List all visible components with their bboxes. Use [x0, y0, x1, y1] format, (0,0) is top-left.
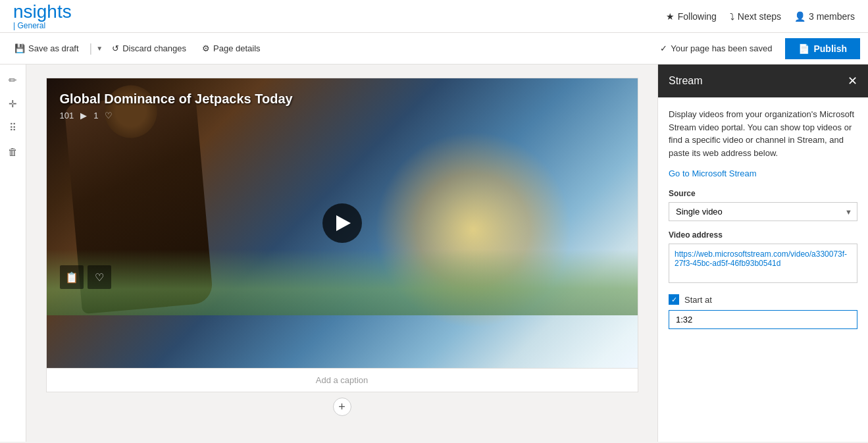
checkmark-icon: ✓: [660, 43, 667, 53]
edit-icon[interactable]: ✏: [3, 70, 24, 91]
stream-panel: Stream ✕ Display videos from your organi…: [657, 65, 868, 442]
settings-icon: ⚙: [202, 43, 210, 53]
view-count: 101: [60, 111, 74, 120]
video-stats: 101 ▶ 1 ♡: [60, 111, 293, 120]
publish-button[interactable]: 📄 Publish: [785, 38, 860, 59]
source-select-wrapper: Single video Channel Top videos ▼: [669, 202, 857, 221]
top-nav-right: ★ Following ⤵ Next steps 👤 3 members: [666, 11, 855, 22]
horizon-line: [47, 249, 638, 315]
publish-label: Publish: [813, 43, 847, 54]
site-subtitle: | General: [13, 21, 72, 30]
toolbar-divider-1: |: [89, 41, 93, 55]
save-draft-label: Save as draft: [28, 43, 79, 53]
nextsteps-label: Next steps: [738, 11, 781, 22]
panel-description: Display videos from your organization's …: [669, 108, 857, 159]
video-background: Global Dominance of Jetpacks Today 101 ▶…: [47, 78, 638, 368]
panel-header: Stream ✕: [658, 65, 868, 97]
save-icon: 💾: [14, 43, 25, 53]
content-area: Global Dominance of Jetpacks Today 101 ▶…: [26, 65, 657, 442]
next-steps-button[interactable]: ⤵ Next steps: [730, 11, 781, 22]
site-branding: nsights | General: [13, 3, 72, 30]
site-title: nsights: [13, 3, 72, 21]
drag-icon[interactable]: ⠿: [3, 117, 24, 138]
panel-body: Display videos from your organization's …: [658, 97, 868, 442]
delete-icon[interactable]: 🗑: [3, 141, 24, 162]
play-icon-small: ▶: [80, 111, 87, 120]
discard-label: Discard changes: [122, 43, 186, 53]
video-address-label: Video address: [669, 230, 857, 240]
main-layout: ✏ ✛ ⠿ 🗑 Global Dominance of Jetpacks Tod…: [0, 65, 868, 442]
saved-status-text: Your page has been saved: [671, 43, 772, 53]
like-button[interactable]: ♡: [88, 265, 111, 289]
save-dropdown-arrow[interactable]: ▼: [96, 45, 103, 52]
video-action-icons: 📋 ♡: [60, 265, 111, 289]
members-label: 3 members: [809, 11, 855, 22]
panel-close-button[interactable]: ✕: [848, 74, 857, 88]
toolbar: 💾 Save as draft | ▼ ↺ Discard changes ⚙ …: [0, 33, 868, 65]
members-count: 👤 3 members: [794, 11, 855, 22]
video-title: Global Dominance of Jetpacks Today: [60, 91, 293, 107]
video-url-input[interactable]: https://web.microsoftstream.com/video/a3…: [669, 244, 857, 283]
discard-button[interactable]: ↺ Discard changes: [105, 39, 193, 57]
following-button[interactable]: ★ Following: [666, 11, 717, 22]
start-at-checkbox[interactable]: [669, 294, 679, 305]
start-at-row: Start at: [669, 294, 857, 305]
move-icon[interactable]: ✛: [3, 93, 24, 115]
start-at-label: Start at: [684, 295, 712, 305]
discard-icon: ↺: [112, 43, 119, 53]
panel-title: Stream: [669, 75, 703, 87]
start-at-input[interactable]: [669, 310, 857, 329]
following-label: Following: [678, 11, 717, 22]
page-details-button[interactable]: ⚙ Page details: [195, 39, 267, 57]
video-caption[interactable]: Add a caption: [47, 368, 638, 392]
source-select[interactable]: Single video Channel Top videos: [669, 202, 857, 221]
add-section-bar: +: [39, 392, 644, 421]
add-section-button[interactable]: +: [333, 398, 351, 416]
top-nav: nsights | General ★ Following ⤵ Next ste…: [0, 0, 868, 33]
video-wrapper: Global Dominance of Jetpacks Today 101 ▶…: [47, 78, 638, 368]
play-button[interactable]: [322, 203, 362, 243]
source-label: Source: [669, 189, 857, 198]
left-sidebar: ✏ ✛ ⠿ 🗑: [0, 65, 26, 442]
video-block: Global Dominance of Jetpacks Today 101 ▶…: [46, 78, 638, 392]
go-to-stream-link[interactable]: Go to Microsoft Stream: [669, 169, 857, 178]
person-icon: 👤: [794, 11, 805, 22]
like-count: 1: [93, 111, 98, 120]
page-details-label: Page details: [213, 43, 261, 53]
video-title-bar: Global Dominance of Jetpacks Today 101 ▶…: [60, 91, 293, 120]
transcript-button[interactable]: 📋: [60, 265, 84, 289]
nextsteps-icon: ⤵: [730, 11, 734, 22]
heart-icon: ♡: [105, 111, 113, 120]
saved-status: ✓ Your page has been saved: [660, 43, 772, 53]
star-icon: ★: [666, 11, 675, 22]
save-draft-button[interactable]: 💾 Save as draft: [8, 39, 86, 57]
publish-icon: 📄: [798, 43, 809, 54]
toolbar-left: 💾 Save as draft | ▼ ↺ Discard changes ⚙ …: [8, 39, 655, 57]
